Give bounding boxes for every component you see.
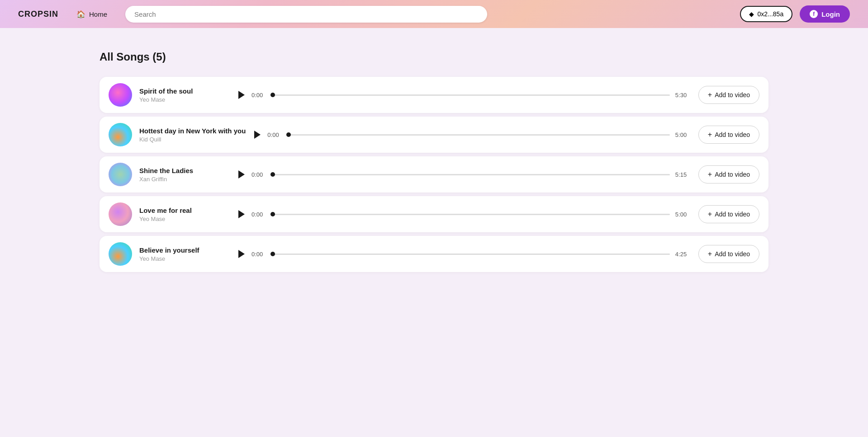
song-artist-4: Yeo Mase xyxy=(139,216,230,222)
song-row-2: Hottest day in New York with you Kid Qui… xyxy=(100,117,768,153)
play-button-1[interactable] xyxy=(237,90,246,99)
plus-icon-4: + xyxy=(708,210,712,218)
song-artist-1: Yeo Mase xyxy=(139,96,230,103)
song-artwork-4 xyxy=(109,202,132,226)
home-icon: 🏠 xyxy=(76,10,85,19)
song-artwork-1 xyxy=(109,83,132,107)
nav-home-label: Home xyxy=(89,10,107,18)
progress-track-2[interactable] xyxy=(286,134,670,136)
song-title-1: Spirit of the soul xyxy=(139,87,230,95)
song-info-3: Shine the Ladies Xan Griffin xyxy=(139,167,230,183)
song-artwork-2 xyxy=(109,123,132,146)
progress-dot-3 xyxy=(270,172,275,177)
progress-dot-5 xyxy=(270,252,275,256)
nav-home-link[interactable]: 🏠 Home xyxy=(76,10,107,19)
song-info-5: Believe in yourself Yeo Mase xyxy=(139,246,230,262)
wallet-address: 0x2...85a xyxy=(758,10,784,18)
song-artist-2: Kid Quill xyxy=(139,136,246,143)
plus-icon-3: + xyxy=(708,170,712,179)
song-artist-3: Xan Griffin xyxy=(139,176,230,183)
song-title-2: Hottest day in New York with you xyxy=(139,127,246,135)
song-row-4: Love me for real Yeo Mase 0:00 5:00 + Ad… xyxy=(100,196,768,232)
player-section-2: 0:00 5:00 xyxy=(253,130,691,139)
logo: CROPSIN xyxy=(18,9,58,19)
login-button[interactable]: f Login xyxy=(800,5,850,23)
progress-track-3[interactable] xyxy=(270,174,670,175)
song-row-1: Spirit of the soul Yeo Mase 0:00 5:30 + … xyxy=(100,77,768,113)
song-row-5: Believe in yourself Yeo Mase 0:00 4:25 +… xyxy=(100,236,768,272)
time-end-3: 5:15 xyxy=(675,171,691,178)
facebook-icon: f xyxy=(810,10,818,18)
search-input[interactable] xyxy=(125,6,487,23)
time-end-2: 5:00 xyxy=(675,132,691,138)
player-section-3: 0:00 5:15 xyxy=(237,170,691,179)
song-artist-5: Yeo Mase xyxy=(139,255,230,262)
progress-dot-2 xyxy=(286,132,291,137)
time-start-3: 0:00 xyxy=(251,171,265,178)
add-to-video-button-2[interactable]: + Add to video xyxy=(698,126,759,144)
progress-track-5[interactable] xyxy=(270,254,670,255)
add-to-video-label-1: Add to video xyxy=(715,91,750,99)
play-icon-4 xyxy=(238,210,245,218)
add-to-video-button-5[interactable]: + Add to video xyxy=(698,245,759,263)
header: CROPSIN 🏠 Home ◆ 0x2...85a f Login xyxy=(0,0,868,28)
progress-track-4[interactable] xyxy=(270,214,670,215)
play-button-2[interactable] xyxy=(253,130,262,139)
time-start-1: 0:00 xyxy=(251,92,265,99)
time-end-4: 5:00 xyxy=(675,211,691,218)
time-end-5: 4:25 xyxy=(675,251,691,258)
song-list: Spirit of the soul Yeo Mase 0:00 5:30 + … xyxy=(100,77,768,272)
song-row-3: Shine the Ladies Xan Griffin 0:00 5:15 +… xyxy=(100,156,768,193)
progress-track-1[interactable] xyxy=(270,94,670,96)
add-to-video-button-4[interactable]: + Add to video xyxy=(698,205,759,223)
player-section-5: 0:00 4:25 xyxy=(237,249,691,258)
main-content: All Songs (5) Spirit of the soul Yeo Mas… xyxy=(0,28,868,295)
add-to-video-label-2: Add to video xyxy=(715,131,750,138)
song-title-4: Love me for real xyxy=(139,207,230,214)
add-to-video-label-3: Add to video xyxy=(715,171,750,178)
play-icon-2 xyxy=(254,131,261,139)
search-container xyxy=(125,6,487,23)
login-label: Login xyxy=(821,10,840,18)
page-title: All Songs (5) xyxy=(100,51,768,63)
song-info-4: Love me for real Yeo Mase xyxy=(139,207,230,222)
play-button-4[interactable] xyxy=(237,210,246,219)
add-to-video-label-4: Add to video xyxy=(715,211,750,218)
time-start-2: 0:00 xyxy=(267,132,281,138)
header-right: ◆ 0x2...85a f Login xyxy=(740,5,850,23)
play-icon-3 xyxy=(238,170,245,179)
play-icon-5 xyxy=(238,250,245,258)
play-button-5[interactable] xyxy=(237,249,246,258)
time-end-1: 5:30 xyxy=(675,92,691,99)
progress-dot-4 xyxy=(270,212,275,216)
time-start-4: 0:00 xyxy=(251,211,265,218)
play-icon-1 xyxy=(238,91,245,99)
wallet-button[interactable]: ◆ 0x2...85a xyxy=(740,6,793,22)
song-artwork-3 xyxy=(109,163,132,186)
song-title-3: Shine the Ladies xyxy=(139,167,230,174)
progress-dot-1 xyxy=(270,93,275,97)
song-info-1: Spirit of the soul Yeo Mase xyxy=(139,87,230,103)
song-info-2: Hottest day in New York with you Kid Qui… xyxy=(139,127,246,143)
time-start-5: 0:00 xyxy=(251,251,265,258)
player-section-1: 0:00 5:30 xyxy=(237,90,691,99)
song-artwork-5 xyxy=(109,242,132,266)
add-to-video-label-5: Add to video xyxy=(715,250,750,258)
add-to-video-button-1[interactable]: + Add to video xyxy=(698,86,759,104)
eth-icon: ◆ xyxy=(749,10,754,18)
plus-icon-5: + xyxy=(708,250,712,258)
plus-icon-2: + xyxy=(708,131,712,139)
player-section-4: 0:00 5:00 xyxy=(237,210,691,219)
play-button-3[interactable] xyxy=(237,170,246,179)
add-to-video-button-3[interactable]: + Add to video xyxy=(698,165,759,183)
song-title-5: Believe in yourself xyxy=(139,246,230,254)
plus-icon-1: + xyxy=(708,91,712,99)
